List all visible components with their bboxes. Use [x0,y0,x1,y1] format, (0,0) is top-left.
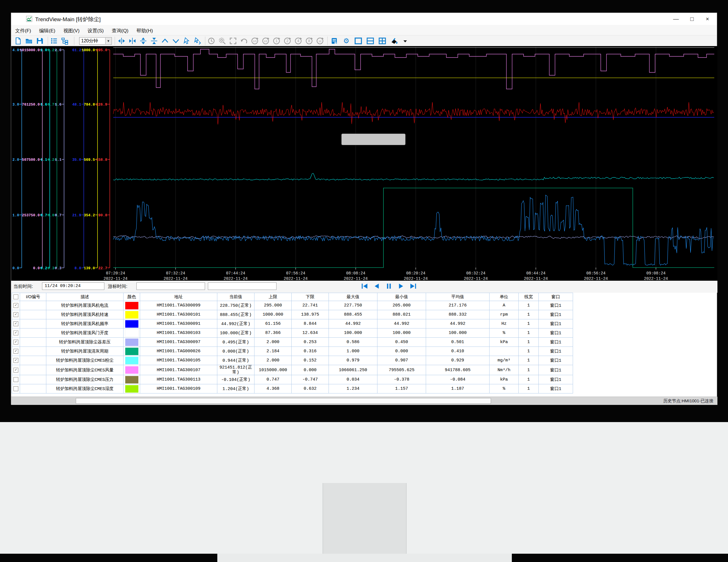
col-header-单位[interactable]: 单位 [490,293,519,301]
table-row[interactable]: ✓转炉加料跨屋顶除尘CMES粉尘HMI1001.TAG3001050.944(正… [12,356,573,365]
checkbox-cell[interactable]: ✓ [12,329,20,338]
row-checkbox[interactable]: ✓ [13,340,18,345]
col-header-平均值[interactable]: 平均值 [426,293,490,301]
horizontal-scrollbar[interactable] [76,398,491,404]
table-row[interactable]: 转炉加料跨屋顶除尘CMES压力HMI1001.TAG300113-0.104(正… [12,375,573,384]
current-time-field[interactable]: 11/24 09:20:24 [42,283,104,290]
table-row[interactable]: ✓转炉加料跨屋顶风机转速HMI1001.TAG300101888.455(正常)… [12,310,573,319]
row-checkbox[interactable]: ✓ [13,331,18,336]
tag-list-icon[interactable] [50,37,58,45]
table-row[interactable]: ✓转炉加料跨屋顶除尘器差压HMI1001.TAG3000970.495(正常)2… [12,338,573,347]
expand-horizontal-icon[interactable] [118,37,126,45]
pan-up-icon[interactable] [161,37,169,45]
col-header-上限[interactable]: 上限 [254,293,292,301]
pause-button[interactable] [385,283,393,289]
table-row[interactable]: ✓转炉加料跨屋顶风门开度HMI1001.TAG300103100.000(正常)… [12,329,573,338]
tag-table[interactable]: I/O编号描述颜色地址当前值上限下限最大值最小值平均值单位线宽窗口✓转炉加料跨屋… [12,293,573,394]
skip-start-button[interactable] [361,283,369,289]
background-color-caret-icon[interactable] [401,37,409,45]
table-row[interactable]: 转炉加料跨屋顶除尘CMES湿度HMI1001.TAG3001091.204(正常… [12,384,573,394]
checkbox-cell[interactable]: ✓ [12,338,20,347]
history-clock-icon[interactable] [207,37,215,45]
layout-split4-icon[interactable] [378,37,386,45]
row-checkbox[interactable]: ✓ [13,321,18,326]
checkbox-cell[interactable]: ✓ [12,347,20,356]
menu-item-5[interactable]: 查询(Q) [108,27,133,35]
row-checkbox[interactable] [13,377,18,382]
menu-item-1[interactable]: 文件(F) [11,27,35,35]
col-header-最小值[interactable]: 最小值 [377,293,426,301]
layout-single-icon[interactable] [354,37,362,45]
undo-icon[interactable] [240,37,248,45]
table-row[interactable]: ✓转炉加料跨屋顶清灰周期HMI1001.TAG0000260.000(正常)2.… [12,347,573,356]
cursor-sync-icon[interactable] [194,37,202,45]
fit-window-icon[interactable] [229,37,237,45]
row-checkbox[interactable]: ✓ [13,303,18,308]
menu-item-3[interactable]: 视图(V) [59,27,83,35]
compress-vertical-icon[interactable] [150,37,158,45]
col-header-描述[interactable]: 描述 [46,293,124,301]
pan-down-icon[interactable] [172,37,180,45]
row-checkbox[interactable]: ✓ [13,368,18,373]
step-forward-button[interactable] [397,283,405,289]
settings-gear-icon[interactable]: ⚙ [342,37,350,45]
cursor-time-field[interactable] [136,283,205,290]
menu-item-4[interactable]: 设置(S) [83,27,108,35]
row-checkbox[interactable]: ✓ [13,312,18,317]
col-header-线宽[interactable]: 线宽 [519,293,539,301]
table-row[interactable]: ✓转炉加料跨屋顶风机频率HMI1001.TAG30009144.992(正常)6… [12,319,573,329]
layout-split2-icon[interactable] [366,37,374,45]
cursor-icon[interactable] [183,37,191,45]
zoom-4-icon[interactable]: 4 [294,37,302,45]
checkbox-cell[interactable]: ✓ [12,365,20,375]
table-row[interactable]: ✓转炉加料跨屋顶风机电流HMI1001.TAG300099228.750(正常)… [12,301,573,310]
cursor-value-field[interactable] [208,283,277,290]
col-header-颜色[interactable]: 颜色 [124,293,140,301]
zoom-1-icon[interactable]: 1 [272,37,281,45]
col-header-地址[interactable]: 地址 [140,293,217,301]
col-header-当前值[interactable]: 当前值 [217,293,254,301]
step-back-button[interactable] [373,283,381,289]
chevron-down-icon[interactable]: ▼ [105,38,111,44]
checkbox-cell[interactable]: ✓ [12,319,20,329]
zoom-8-icon[interactable]: 8 [305,37,313,45]
col-header-窗口[interactable]: 窗口 [539,293,573,301]
col-header-I/O编号[interactable]: I/O编号 [20,293,46,301]
checkbox-cell[interactable] [12,375,20,384]
open-folder-icon[interactable] [25,37,33,45]
minimize-button[interactable]: — [669,15,683,23]
chart-overlay-button[interactable] [341,134,405,145]
col-header-下限[interactable]: 下限 [292,293,329,301]
row-checkbox[interactable] [13,386,18,391]
table-row[interactable]: ✓转炉加料跨屋顶除尘CMES风量HMI1001.TAG300107921451.… [12,365,573,375]
zoom-1-3-icon[interactable]: 1/3 [251,37,259,45]
col-header-select[interactable] [12,293,20,301]
trend-plot[interactable]: 07:20:242022-11-2407:32:242022-11-2407:4… [11,46,717,281]
trend-chart[interactable]: 07:20:242022-11-2407:32:242022-11-2407:4… [11,46,717,281]
menu-item-6[interactable]: 帮助(H) [132,27,157,35]
zoom-12-icon[interactable]: 12 [316,37,324,45]
new-file-icon[interactable] [14,37,22,45]
zoom-2-icon[interactable]: 2 [283,37,291,45]
zoom-1-2-icon[interactable]: 1/2 [262,37,270,45]
checkbox-cell[interactable]: ✓ [12,310,20,319]
close-button[interactable]: × [701,15,714,23]
background-color-icon[interactable] [390,37,398,45]
menu-item-2[interactable]: 编辑(E) [35,27,59,35]
compress-horizontal-icon[interactable] [128,37,136,45]
maximize-button[interactable]: □ [685,15,699,23]
checkbox-cell[interactable] [12,384,20,394]
checkbox-cell[interactable]: ✓ [12,301,20,310]
checkbox-cell[interactable]: ✓ [12,356,20,365]
col-header-最大值[interactable]: 最大值 [329,293,377,301]
save-icon[interactable] [36,37,44,45]
expand-vertical-icon[interactable] [139,37,147,45]
skip-end-button[interactable] [409,283,417,289]
row-checkbox[interactable]: ✓ [13,349,18,354]
datasource-icon[interactable] [330,37,338,45]
select-all-checkbox[interactable] [13,295,18,299]
interval-dropdown[interactable]: 120分钟 ▼ [79,37,112,45]
tag-tree-icon[interactable] [61,37,69,45]
row-checkbox[interactable]: ✓ [13,358,18,363]
history-search-icon[interactable] [218,37,226,45]
